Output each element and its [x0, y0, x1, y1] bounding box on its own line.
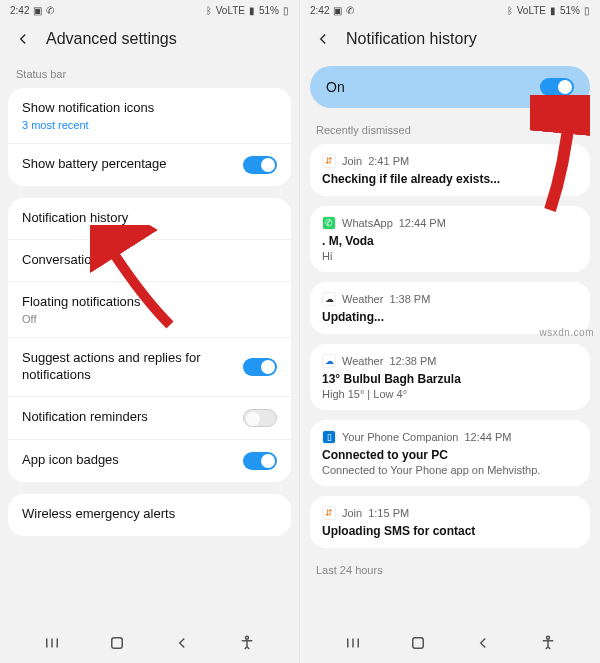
- app-icon: ☁: [322, 354, 336, 368]
- notif-title: Uploading SMS for contact: [322, 524, 578, 538]
- camera-icon: ▣: [333, 5, 342, 16]
- notif-time: 1:15 PM: [368, 507, 409, 519]
- toggle-suggest[interactable]: [243, 358, 277, 376]
- row-app-icon-badges[interactable]: App icon badges: [8, 440, 291, 482]
- row-notification-history[interactable]: Notification history: [8, 198, 291, 240]
- app-icon: ⇵: [322, 154, 336, 168]
- row-title: App icon badges: [22, 452, 243, 469]
- status-time: 2:42: [310, 5, 329, 16]
- status-bar: 2:42 ▣ ✆ ᛒ VoLTE ▮ 51% ▯: [0, 0, 299, 20]
- on-label: On: [326, 79, 345, 95]
- row-title: Show battery percentage: [22, 156, 243, 173]
- recent-apps-icon[interactable]: [344, 634, 362, 652]
- notif-head: ⇵Join2:41 PM: [322, 154, 578, 168]
- notification-card[interactable]: ☁Weather12:38 PM13° Bulbul Bagh BarzulaH…: [310, 344, 590, 410]
- status-bar-card: Show notification icons 3 most recent Sh…: [8, 88, 291, 186]
- phone-icon: ✆: [346, 5, 354, 16]
- app-name: Join: [342, 155, 362, 167]
- phone-icon: ✆: [46, 5, 54, 16]
- notif-title: 13° Bulbul Bagh Barzula: [322, 372, 578, 386]
- page-title: Notification history: [346, 30, 477, 48]
- recent-apps-icon[interactable]: [43, 634, 61, 652]
- app-name: Weather: [342, 355, 383, 367]
- battery-text: 51%: [259, 5, 279, 16]
- notifications-card: Notification history Conversations Float…: [8, 198, 291, 482]
- section-label-recently: Recently dismissed: [300, 118, 600, 140]
- app-icon: ✆: [322, 216, 336, 230]
- camera-icon: ▣: [33, 5, 42, 16]
- notif-title: Checking if file already exists...: [322, 172, 578, 186]
- row-title: Suggest actions and replies for notifica…: [22, 350, 243, 384]
- bluetooth-icon: ᛒ: [507, 5, 513, 16]
- notification-card[interactable]: ✆WhatsApp12:44 PM. M, VodaHi: [310, 206, 590, 272]
- toggle-history[interactable]: [540, 78, 574, 96]
- app-name: Your Phone Companion: [342, 431, 458, 443]
- back-nav-icon[interactable]: [474, 634, 492, 652]
- signal-icon: ▮: [249, 5, 255, 16]
- row-suggest-actions[interactable]: Suggest actions and replies for notifica…: [8, 338, 291, 397]
- volte-icon: VoLTE: [517, 5, 546, 16]
- battery-icon: ▯: [584, 5, 590, 16]
- section-label-status-bar: Status bar: [0, 62, 299, 84]
- row-title: Notification history: [22, 210, 277, 227]
- notification-list: ⇵Join2:41 PMChecking if file already exi…: [300, 144, 600, 548]
- status-bar: 2:42 ▣ ✆ ᛒ VoLTE ▮ 51% ▯: [300, 0, 600, 20]
- row-floating-notifications[interactable]: Floating notifications Off: [8, 282, 291, 338]
- notif-time: 2:41 PM: [368, 155, 409, 167]
- notif-time: 12:44 PM: [399, 217, 446, 229]
- back-nav-icon[interactable]: [173, 634, 191, 652]
- notif-head: ⇵Join1:15 PM: [322, 506, 578, 520]
- row-subtitle: Off: [22, 313, 277, 325]
- toggle-badges[interactable]: [243, 452, 277, 470]
- row-notification-reminders[interactable]: Notification reminders: [8, 397, 291, 440]
- row-show-battery-percentage[interactable]: Show battery percentage: [8, 144, 291, 186]
- notif-body: Hi: [322, 250, 578, 262]
- notification-card[interactable]: ⇵Join2:41 PMChecking if file already exi…: [310, 144, 590, 196]
- bluetooth-icon: ᛒ: [206, 5, 212, 16]
- notif-head: ✆WhatsApp12:44 PM: [322, 216, 578, 230]
- svg-rect-3: [112, 638, 123, 649]
- notif-head: ▯Your Phone Companion12:44 PM: [322, 430, 578, 444]
- row-subtitle: 3 most recent: [22, 119, 277, 131]
- notif-time: 12:38 PM: [389, 355, 436, 367]
- status-time: 2:42: [10, 5, 29, 16]
- row-conversations[interactable]: Conversations: [8, 240, 291, 282]
- notif-body: High 15° | Low 4°: [322, 388, 578, 400]
- app-name: Join: [342, 507, 362, 519]
- app-icon: ▯: [322, 430, 336, 444]
- row-title: Conversations: [22, 252, 277, 269]
- header: Notification history: [300, 20, 600, 62]
- home-icon[interactable]: [108, 634, 126, 652]
- row-show-notification-icons[interactable]: Show notification icons 3 most recent: [8, 88, 291, 144]
- accessibility-icon[interactable]: [238, 634, 256, 652]
- nav-bar: [300, 623, 600, 663]
- app-icon: ⇵: [322, 506, 336, 520]
- history-toggle-pill[interactable]: On: [310, 66, 590, 108]
- svg-point-4: [245, 636, 248, 639]
- svg-rect-9: [412, 638, 423, 649]
- alerts-card: Wireless emergency alerts: [8, 494, 291, 536]
- notification-card[interactable]: ⇵Join1:15 PMUploading SMS for contact: [310, 496, 590, 548]
- notification-card[interactable]: ▯Your Phone Companion12:44 PMConnected t…: [310, 420, 590, 486]
- app-name: WhatsApp: [342, 217, 393, 229]
- row-title: Floating notifications: [22, 294, 277, 311]
- accessibility-icon[interactable]: [539, 634, 557, 652]
- row-wireless-emergency[interactable]: Wireless emergency alerts: [8, 494, 291, 536]
- app-name: Weather: [342, 293, 383, 305]
- toggle-reminders[interactable]: [243, 409, 277, 427]
- back-icon[interactable]: [14, 30, 32, 48]
- notif-time: 12:44 PM: [464, 431, 511, 443]
- page-title: Advanced settings: [46, 30, 177, 48]
- toggle-battery-percentage[interactable]: [243, 156, 277, 174]
- row-title: Show notification icons: [22, 100, 277, 117]
- back-icon[interactable]: [314, 30, 332, 48]
- notif-head: ☁Weather1:38 PM: [322, 292, 578, 306]
- svg-point-10: [546, 636, 549, 639]
- watermark: wsxdn.com: [539, 326, 594, 337]
- notif-head: ☁Weather12:38 PM: [322, 354, 578, 368]
- notif-title: Updating...: [322, 310, 578, 324]
- home-icon[interactable]: [409, 634, 427, 652]
- signal-icon: ▮: [550, 5, 556, 16]
- app-icon: ☁: [322, 292, 336, 306]
- volte-icon: VoLTE: [216, 5, 245, 16]
